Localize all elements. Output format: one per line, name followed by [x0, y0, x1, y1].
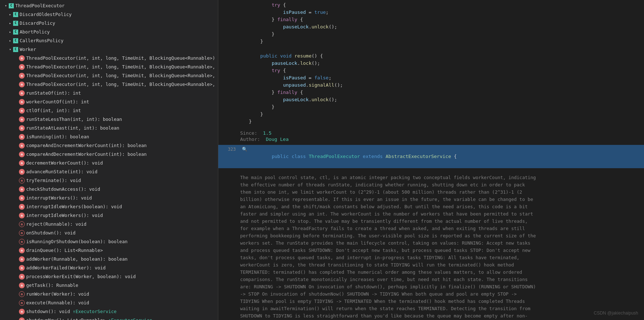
watermark: CSDN @jakiechaipush	[594, 311, 638, 316]
method-icon: m	[19, 300, 25, 306]
tree-item-isrunningorshutdown[interactable]: m isRunningOrShutdown(boolean): boolean	[0, 237, 218, 246]
tree-item-runstatelessthan[interactable]: m runStateLessThan(int, int): boolean	[0, 115, 218, 124]
method-icon: m	[19, 116, 25, 122]
method-icon: m	[19, 134, 25, 140]
tree-item-addworker[interactable]: m addWorker(Runnable, boolean): boolean	[0, 255, 218, 264]
since-label: Since:	[240, 130, 257, 136]
tree-item-runstateof[interactable]: m runStateOf(int): int	[0, 89, 218, 98]
tree-item-callerrunspolicy[interactable]: C CallerRunsPolicy	[0, 36, 218, 45]
code-editor[interactable]: try { isPaused = true; } finally { pause…	[218, 0, 644, 320]
tree-item-worker[interactable]: C Worker	[0, 45, 218, 54]
chevron-icon	[3, 3, 9, 9]
item-label: ThreadPoolExecutor(int, int, long, TimeU…	[26, 80, 218, 88]
tree-item-runworker[interactable]: m runWorker(Worker): void	[0, 290, 218, 299]
tree-item-drainqueue[interactable]: m drainQueue(): List<Runnable>	[0, 246, 218, 255]
line-content: }	[249, 111, 644, 118]
method-icon: m	[19, 317, 25, 320]
author-label: Author:	[240, 137, 260, 142]
method-icon: m	[19, 213, 25, 218]
method-icon: m	[19, 221, 25, 227]
method-icon: m	[19, 291, 25, 297]
tree-item-threadpoolexecutor[interactable]: C ThreadPoolExecutor	[0, 1, 218, 10]
tree-item-ctor2[interactable]: m ThreadPoolExecutor(int, int, long, Tim…	[0, 63, 218, 71]
tree-item-processworkerexit[interactable]: m processWorkerExit(Worker, boolean): vo…	[0, 272, 218, 281]
tree-item-gettask[interactable]: m getTask(): Runnable	[0, 281, 218, 290]
item-label: ThreadPoolExecutor(int, int, long, TimeU…	[26, 63, 218, 71]
code-line: } finally {	[226, 89, 644, 96]
tree-item-isrunning[interactable]: m isRunning(int): boolean	[0, 133, 218, 141]
class-decl-content: public class ThreadPoolExecutor extends …	[249, 146, 644, 167]
tree-item-reject[interactable]: m reject(Runnable): void	[0, 220, 218, 229]
class-structure-panel[interactable]: C ThreadPoolExecutor C DiscardOldestPoli…	[0, 0, 218, 320]
tree-item-interruptidleworkers-bool[interactable]: m interruptIdleWorkers(boolean): void	[0, 202, 218, 211]
item-label: shutdownNow(): List<Runnable> ↑ExecutorS…	[26, 316, 152, 320]
method-icon: m	[19, 274, 25, 280]
line-content: }	[249, 103, 644, 111]
tree-item-checkshutdown[interactable]: m checkShutdownAccess(): void	[0, 185, 218, 194]
item-label: ThreadPoolExecutor(int, int, long, TimeU…	[26, 72, 218, 80]
class-decl-line: 323 🔍 public class ThreadPoolExecutor ex…	[218, 145, 644, 168]
class-icon: C	[9, 3, 14, 8]
tree-item-ctlof[interactable]: m ctlOf(int, int): int	[0, 106, 218, 115]
item-label: processWorkerExit(Worker, boolean): void	[26, 273, 136, 281]
method-icon: m	[19, 265, 25, 271]
tree-item-addworkerfailed[interactable]: m addWorkerFailed(Worker): void	[0, 264, 218, 272]
code-line: pauseLock.lock();	[226, 60, 644, 67]
method-icon: m	[19, 186, 25, 192]
line-content: pauseLock.unlock();	[249, 96, 644, 103]
tree-item-advancerunstate[interactable]: m advanceRunState(int): void	[0, 167, 218, 176]
tree-item-ctor4[interactable]: m ThreadPoolExecutor(int, int, long, Tim…	[0, 80, 218, 89]
method-icon: m	[19, 125, 25, 131]
line-gutter: 🔍	[240, 146, 249, 153]
tree-item-compare-decrement[interactable]: m compareAndDecrementWorkerCount(int): b…	[0, 150, 218, 159]
tree-item-ctor1[interactable]: m ThreadPoolExecutor(int, int, long, Tim…	[0, 54, 218, 63]
code-line: public void resume() {	[226, 52, 644, 60]
tree-item-discardoldestpolicy[interactable]: C DiscardOldestPolicy	[0, 10, 218, 19]
line-content: }	[249, 31, 644, 38]
code-line: try {	[226, 1, 644, 9]
item-label: ctlOf(int, int): int	[26, 107, 81, 115]
tree-item-onshutdown[interactable]: m onShutdown(): void	[0, 229, 218, 237]
code-line: try {	[226, 67, 644, 74]
line-content: }	[249, 118, 644, 125]
method-icon: m	[19, 64, 25, 70]
item-label: runStateAtLeast(int, int): boolean	[26, 124, 119, 132]
tree-item-interruptidleworkers[interactable]: m interruptIdleWorkers(): void	[0, 211, 218, 220]
top-code-block: try { isPaused = true; } finally { pause…	[218, 0, 644, 127]
tree-item-decrementworkercount[interactable]: m decrementWorkerCount(): void	[0, 159, 218, 167]
tree-item-execute[interactable]: m execute(Runnable): void	[0, 299, 218, 307]
method-icon: m	[19, 169, 25, 175]
tree-item-interruptworkers[interactable]: m interruptWorkers(): void	[0, 194, 218, 202]
tree-item-shutdownnow[interactable]: m shutdownNow(): List<Runnable> ↑Executo…	[0, 316, 218, 320]
item-label: reject(Runnable): void	[26, 220, 87, 228]
javadoc-body: The main pool control state, ctl, is an …	[218, 170, 546, 320]
tree-item-compare-increment[interactable]: m compareAndIncrementWorkerCount(int): b…	[0, 141, 218, 150]
line-content: } finally {	[249, 89, 644, 96]
line-content: isPaused = false;	[249, 74, 644, 82]
tree-item-ctor3[interactable]: m ThreadPoolExecutor(int, int, long, Tim…	[0, 71, 218, 80]
item-label: CallerRunsPolicy	[20, 37, 63, 45]
chevron-icon	[7, 29, 13, 35]
item-label: decrementWorkerCount(): void	[26, 159, 103, 167]
line-content: pauseLock.lock();	[249, 60, 644, 67]
line-number: 323	[226, 146, 240, 153]
line-content: pauseLock.unlock();	[249, 23, 644, 31]
tree-item-runstateatleast[interactable]: m runStateAtLeast(int, int): boolean	[0, 124, 218, 133]
code-line: }	[226, 118, 644, 125]
item-label: interruptIdleWorkers(): void	[26, 212, 103, 220]
tree-item-discardpolicy[interactable]: C DiscardPolicy	[0, 19, 218, 28]
item-label: runWorker(Worker): void	[26, 290, 89, 298]
item-label: ThreadPoolExecutor	[15, 2, 64, 10]
tree-item-workercountof[interactable]: m workerCountOf(int): int	[0, 98, 218, 106]
code-panel: try { isPaused = true; } finally { pause…	[218, 0, 644, 320]
line-content: unpaused.signalAll();	[249, 82, 644, 89]
tree-item-abortpolicy[interactable]: C AbortPolicy	[0, 28, 218, 36]
method-icon: m	[19, 256, 25, 262]
tree-item-tryterminate[interactable]: m tryTerminate(): void	[0, 176, 218, 185]
chevron-icon	[7, 12, 13, 17]
tree-item-shutdown[interactable]: m shutdown(): void ↑ExecutorService	[0, 307, 218, 316]
item-label: AbortPolicy	[20, 28, 50, 36]
line-content: try {	[249, 1, 644, 9]
method-icon: m	[19, 204, 25, 210]
class-icon: C	[13, 38, 18, 43]
